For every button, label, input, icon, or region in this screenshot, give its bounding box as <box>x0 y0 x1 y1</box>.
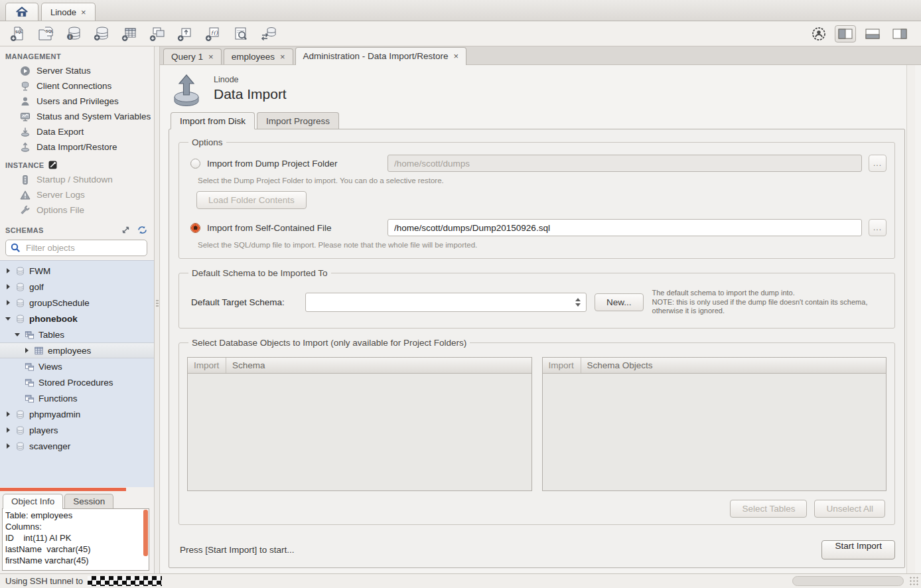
tab-query-1[interactable]: Query 1 × <box>163 48 222 64</box>
select-tables-button[interactable]: Select Tables <box>730 500 807 518</box>
sidebar-item-options-file[interactable]: Options File <box>0 202 154 218</box>
tree-item-tables[interactable]: Tables <box>0 327 154 342</box>
tab-session[interactable]: Session <box>64 494 113 509</box>
wrench-icon <box>20 205 31 216</box>
user-circle-icon[interactable] <box>809 25 829 42</box>
horizontal-scrollbar-thumb[interactable] <box>792 576 904 586</box>
reconnect-database-icon[interactable] <box>259 25 279 42</box>
tree-item-stored-procedures[interactable]: Stored Procedures <box>0 374 154 390</box>
schema-icon <box>15 409 25 419</box>
connection-tab[interactable]: Linode × <box>41 3 96 21</box>
tree-item-golf[interactable]: golf <box>0 279 154 295</box>
new-schema-button[interactable]: New... <box>595 293 644 311</box>
toggle-right-sidebar-icon[interactable] <box>889 25 910 42</box>
tree-item-scavenger[interactable]: scavenger <box>0 438 154 454</box>
navigator-sidebar: MANAGEMENT Server Status Client Connecti… <box>0 46 154 573</box>
col-header-import[interactable]: Import <box>188 358 226 373</box>
schema-filter-box[interactable] <box>5 240 147 256</box>
import-folder-radio[interactable] <box>190 159 200 169</box>
tree-item-phpmyadmin[interactable]: phpmyadmin <box>0 406 154 422</box>
sidebar-item-data-import[interactable]: Data Import/Restore <box>0 139 154 155</box>
create-procedure-icon[interactable] <box>175 25 195 42</box>
object-info-tab-bar: Object Info Session <box>0 491 154 509</box>
create-schema-icon[interactable] <box>92 25 111 42</box>
dump-file-path-input[interactable] <box>388 219 862 236</box>
page-title: Data Import <box>214 86 287 102</box>
sidebar-item-server-status[interactable]: Server Status <box>0 63 154 78</box>
browse-folder-button[interactable]: ... <box>869 155 886 172</box>
tab-import-progress[interactable]: Import Progress <box>257 112 339 129</box>
toggle-bottom-panel-icon[interactable] <box>862 25 883 42</box>
dump-folder-path-input[interactable] <box>388 155 862 172</box>
browse-file-button[interactable]: ... <box>869 219 886 236</box>
tree-item-functions[interactable]: Functions <box>0 390 154 406</box>
tab-employees[interactable]: employees × <box>224 48 293 64</box>
data-import-icon <box>172 74 201 107</box>
file-help-text: Select the SQL/dump file to import. Plea… <box>198 241 886 249</box>
schema-filter-input[interactable] <box>25 242 144 254</box>
tab-administration-data-import[interactable]: Administration - Data Import/Restore × <box>295 47 467 65</box>
tree-item-fwm[interactable]: FWM <box>0 263 154 279</box>
sidebar-item-users-privileges[interactable]: Users and Privileges <box>0 94 154 109</box>
col-header-import[interactable]: Import <box>543 358 581 373</box>
tab-object-info[interactable]: Object Info <box>3 494 63 509</box>
schemas-import-table[interactable]: Import Schema <box>187 357 532 491</box>
create-table-icon[interactable] <box>119 25 139 42</box>
unselect-all-button[interactable]: Unselect All <box>814 500 885 518</box>
col-header-schema[interactable]: Schema <box>226 358 265 373</box>
schema-icon <box>15 314 25 324</box>
create-view-icon[interactable] <box>147 25 167 42</box>
close-icon[interactable]: × <box>454 52 459 60</box>
start-import-button[interactable]: Start Import <box>821 540 895 559</box>
close-icon[interactable]: × <box>208 52 214 61</box>
home-icon <box>15 6 29 18</box>
folder-help-text: Select the Dump Project Folder to import… <box>198 177 886 184</box>
window-resize-grip[interactable] <box>909 576 919 586</box>
expand-schemas-icon[interactable] <box>121 226 130 234</box>
select-objects-legend: Select Database Objects to Import (only … <box>188 338 470 348</box>
sidebar-resize-handle[interactable] <box>154 46 160 573</box>
import-folder-radio-label[interactable]: Import from Dump Project Folder <box>207 159 381 169</box>
import-file-radio-label[interactable]: Import from Self-Contained File <box>207 223 381 233</box>
search-table-data-icon[interactable] <box>231 25 251 42</box>
home-tab[interactable] <box>5 3 38 21</box>
warning-triangle-icon <box>20 190 31 200</box>
load-folder-contents-button[interactable]: Load Folder Contents <box>196 191 307 209</box>
object-info-scrollbar[interactable] <box>143 510 148 556</box>
create-function-icon[interactable]: ƒ() <box>203 25 223 42</box>
combo-spinner-icon[interactable] <box>575 293 581 311</box>
ssh-tunnel-status-text: Using SSH tunnel to <box>5 576 83 586</box>
sidebar-item-data-export[interactable]: Data Export <box>0 124 154 139</box>
tree-item-views[interactable]: Views <box>0 358 154 374</box>
new-sql-script-icon[interactable]: SQL <box>8 25 28 42</box>
schemas-section-title: SCHEMAS <box>5 226 44 234</box>
tab-import-from-disk[interactable]: Import from Disk <box>171 112 255 129</box>
instance-section-title: INSTANCE <box>0 155 154 172</box>
tree-item-phonebook[interactable]: phonebook <box>0 311 154 327</box>
sidebar-item-server-logs[interactable]: Server Logs <box>0 187 154 202</box>
col-header-schema-objects[interactable]: Schema Objects <box>581 358 653 373</box>
sidebar-item-status-variables[interactable]: Status and System Variables <box>0 109 154 124</box>
svg-text:SQL: SQL <box>15 30 23 34</box>
open-sql-script-icon[interactable]: SQL <box>36 25 56 42</box>
import-file-radio[interactable] <box>190 223 200 233</box>
vertical-scroll-gutter[interactable] <box>906 65 915 573</box>
close-icon[interactable]: × <box>81 8 86 17</box>
tree-item-employees[interactable]: employees <box>0 342 154 358</box>
client-connections-icon <box>20 81 31 92</box>
object-info-line: ID int(11) AI PK <box>5 532 141 544</box>
default-target-schema-combo[interactable] <box>305 293 587 312</box>
close-icon[interactable]: × <box>280 52 285 61</box>
object-info-line: firstName varchar(45) <box>5 555 141 566</box>
sidebar-item-startup-shutdown[interactable]: Startup / Shutdown <box>0 172 154 187</box>
schema-objects-import-table[interactable]: Import Schema Objects <box>542 357 887 491</box>
table-icon <box>34 346 44 356</box>
sidebar-item-client-connections[interactable]: Client Connections <box>0 78 154 94</box>
toggle-left-sidebar-icon[interactable] <box>835 25 856 42</box>
redacted-host-block <box>88 576 162 586</box>
refresh-schemas-icon[interactable] <box>137 226 147 234</box>
schema-icon <box>15 266 25 276</box>
schema-inspector-icon[interactable]: i <box>64 25 84 42</box>
tree-item-players[interactable]: players <box>0 422 154 438</box>
tree-item-groupschedule[interactable]: groupSchedule <box>0 295 154 311</box>
